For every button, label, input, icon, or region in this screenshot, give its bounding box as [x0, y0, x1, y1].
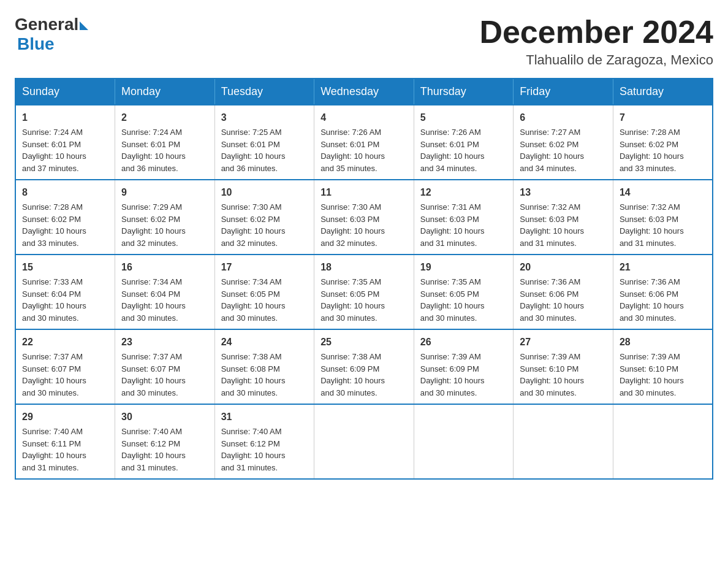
header-row: SundayMondayTuesdayWednesdayThursdayFrid…	[15, 79, 713, 105]
week-row-2: 8Sunrise: 7:28 AM Sunset: 6:02 PM Daylig…	[15, 180, 713, 255]
day-info: Sunrise: 7:34 AM Sunset: 6:05 PM Dayligh…	[221, 276, 308, 324]
day-cell: 20Sunrise: 7:36 AM Sunset: 6:06 PM Dayli…	[514, 255, 613, 329]
page-header: General Blue December 2024 Tlahualilo de…	[15, 15, 713, 68]
calendar-body: 1Sunrise: 7:24 AM Sunset: 6:01 PM Daylig…	[15, 105, 713, 479]
day-cell: 15Sunrise: 7:33 AM Sunset: 6:04 PM Dayli…	[15, 255, 115, 329]
day-number: 29	[22, 410, 108, 424]
day-info: Sunrise: 7:24 AM Sunset: 6:01 PM Dayligh…	[22, 126, 108, 174]
day-number: 20	[520, 260, 607, 275]
day-cell: 27Sunrise: 7:39 AM Sunset: 6:10 PM Dayli…	[514, 329, 613, 404]
logo-blue: Blue	[17, 34, 88, 54]
day-cell: 26Sunrise: 7:39 AM Sunset: 6:09 PM Dayli…	[414, 329, 514, 404]
day-number: 10	[221, 185, 308, 200]
day-info: Sunrise: 7:32 AM Sunset: 6:03 PM Dayligh…	[520, 201, 607, 249]
day-number: 3	[221, 110, 308, 125]
day-cell: 23Sunrise: 7:37 AM Sunset: 6:07 PM Dayli…	[115, 329, 215, 404]
day-cell: 11Sunrise: 7:30 AM Sunset: 6:03 PM Dayli…	[314, 180, 414, 255]
header-tuesday: Tuesday	[214, 79, 314, 105]
day-cell: 24Sunrise: 7:38 AM Sunset: 6:08 PM Dayli…	[214, 329, 314, 404]
day-number: 23	[121, 335, 208, 350]
day-number: 9	[121, 185, 208, 200]
header-saturday: Saturday	[613, 79, 713, 105]
day-cell: 3Sunrise: 7:25 AM Sunset: 6:01 PM Daylig…	[214, 105, 314, 180]
day-info: Sunrise: 7:39 AM Sunset: 6:10 PM Dayligh…	[620, 351, 706, 399]
day-cell	[414, 404, 514, 479]
calendar-table: SundayMondayTuesdayWednesdayThursdayFrid…	[15, 78, 713, 480]
day-info: Sunrise: 7:39 AM Sunset: 6:09 PM Dayligh…	[420, 351, 507, 399]
week-row-4: 22Sunrise: 7:37 AM Sunset: 6:07 PM Dayli…	[15, 329, 713, 404]
day-number: 30	[121, 410, 208, 424]
day-cell: 12Sunrise: 7:31 AM Sunset: 6:03 PM Dayli…	[414, 180, 514, 255]
day-cell: 19Sunrise: 7:35 AM Sunset: 6:05 PM Dayli…	[414, 255, 514, 329]
day-number: 7	[620, 110, 706, 125]
day-number: 12	[420, 185, 507, 200]
day-info: Sunrise: 7:33 AM Sunset: 6:04 PM Dayligh…	[22, 276, 108, 324]
day-info: Sunrise: 7:25 AM Sunset: 6:01 PM Dayligh…	[221, 126, 308, 174]
day-cell: 5Sunrise: 7:26 AM Sunset: 6:01 PM Daylig…	[414, 105, 514, 180]
day-number: 2	[121, 110, 208, 125]
day-info: Sunrise: 7:31 AM Sunset: 6:03 PM Dayligh…	[420, 201, 507, 249]
header-wednesday: Wednesday	[314, 79, 414, 105]
header-sunday: Sunday	[15, 79, 115, 105]
day-cell: 21Sunrise: 7:36 AM Sunset: 6:06 PM Dayli…	[613, 255, 713, 329]
day-info: Sunrise: 7:36 AM Sunset: 6:06 PM Dayligh…	[620, 276, 706, 324]
day-info: Sunrise: 7:40 AM Sunset: 6:11 PM Dayligh…	[22, 426, 108, 473]
day-info: Sunrise: 7:27 AM Sunset: 6:02 PM Dayligh…	[520, 126, 607, 174]
day-cell: 16Sunrise: 7:34 AM Sunset: 6:04 PM Dayli…	[115, 255, 215, 329]
day-number: 6	[520, 110, 607, 125]
calendar-subtitle: Tlahualilo de Zaragoza, Mexico	[479, 52, 713, 68]
day-info: Sunrise: 7:28 AM Sunset: 6:02 PM Dayligh…	[620, 126, 706, 174]
day-info: Sunrise: 7:35 AM Sunset: 6:05 PM Dayligh…	[420, 276, 507, 324]
day-cell: 14Sunrise: 7:32 AM Sunset: 6:03 PM Dayli…	[613, 180, 713, 255]
day-cell: 7Sunrise: 7:28 AM Sunset: 6:02 PM Daylig…	[613, 105, 713, 180]
day-info: Sunrise: 7:37 AM Sunset: 6:07 PM Dayligh…	[121, 351, 208, 399]
day-info: Sunrise: 7:40 AM Sunset: 6:12 PM Dayligh…	[121, 426, 208, 473]
day-cell: 9Sunrise: 7:29 AM Sunset: 6:02 PM Daylig…	[115, 180, 215, 255]
day-number: 31	[221, 410, 308, 424]
day-cell: 30Sunrise: 7:40 AM Sunset: 6:12 PM Dayli…	[115, 404, 215, 479]
day-number: 19	[420, 260, 507, 275]
day-info: Sunrise: 7:40 AM Sunset: 6:12 PM Dayligh…	[221, 426, 308, 473]
day-number: 14	[620, 185, 706, 200]
day-cell: 10Sunrise: 7:30 AM Sunset: 6:02 PM Dayli…	[214, 180, 314, 255]
header-monday: Monday	[115, 79, 215, 105]
day-number: 13	[520, 185, 607, 200]
day-number: 1	[22, 110, 108, 125]
header-thursday: Thursday	[414, 79, 514, 105]
day-info: Sunrise: 7:34 AM Sunset: 6:04 PM Dayligh…	[121, 276, 208, 324]
calendar-header: SundayMondayTuesdayWednesdayThursdayFrid…	[15, 79, 713, 105]
day-info: Sunrise: 7:24 AM Sunset: 6:01 PM Dayligh…	[121, 126, 208, 174]
day-number: 28	[620, 335, 706, 350]
day-info: Sunrise: 7:35 AM Sunset: 6:05 PM Dayligh…	[320, 276, 408, 324]
day-number: 27	[520, 335, 607, 350]
day-cell: 2Sunrise: 7:24 AM Sunset: 6:01 PM Daylig…	[115, 105, 215, 180]
day-number: 11	[320, 185, 408, 200]
day-info: Sunrise: 7:37 AM Sunset: 6:07 PM Dayligh…	[22, 351, 108, 399]
day-info: Sunrise: 7:38 AM Sunset: 6:08 PM Dayligh…	[221, 351, 308, 399]
day-info: Sunrise: 7:39 AM Sunset: 6:10 PM Dayligh…	[520, 351, 607, 399]
day-cell: 31Sunrise: 7:40 AM Sunset: 6:12 PM Dayli…	[214, 404, 314, 479]
day-info: Sunrise: 7:38 AM Sunset: 6:09 PM Dayligh…	[320, 351, 408, 399]
day-cell: 13Sunrise: 7:32 AM Sunset: 6:03 PM Dayli…	[514, 180, 613, 255]
header-friday: Friday	[514, 79, 613, 105]
day-cell: 18Sunrise: 7:35 AM Sunset: 6:05 PM Dayli…	[314, 255, 414, 329]
day-info: Sunrise: 7:30 AM Sunset: 6:02 PM Dayligh…	[221, 201, 308, 249]
logo-general: General	[15, 15, 78, 34]
day-cell: 28Sunrise: 7:39 AM Sunset: 6:10 PM Dayli…	[613, 329, 713, 404]
logo-arrow-icon	[80, 21, 88, 30]
calendar-title: December 2024	[479, 15, 713, 50]
day-number: 4	[320, 110, 408, 125]
day-cell: 22Sunrise: 7:37 AM Sunset: 6:07 PM Dayli…	[15, 329, 115, 404]
day-cell: 1Sunrise: 7:24 AM Sunset: 6:01 PM Daylig…	[15, 105, 115, 180]
day-info: Sunrise: 7:32 AM Sunset: 6:03 PM Dayligh…	[620, 201, 706, 249]
day-number: 16	[121, 260, 208, 275]
day-info: Sunrise: 7:28 AM Sunset: 6:02 PM Dayligh…	[22, 201, 108, 249]
day-number: 8	[22, 185, 108, 200]
day-info: Sunrise: 7:29 AM Sunset: 6:02 PM Dayligh…	[121, 201, 208, 249]
day-number: 24	[221, 335, 308, 350]
day-number: 26	[420, 335, 507, 350]
day-number: 15	[22, 260, 108, 275]
week-row-5: 29Sunrise: 7:40 AM Sunset: 6:11 PM Dayli…	[15, 404, 713, 479]
week-row-3: 15Sunrise: 7:33 AM Sunset: 6:04 PM Dayli…	[15, 255, 713, 329]
day-cell: 25Sunrise: 7:38 AM Sunset: 6:09 PM Dayli…	[314, 329, 414, 404]
